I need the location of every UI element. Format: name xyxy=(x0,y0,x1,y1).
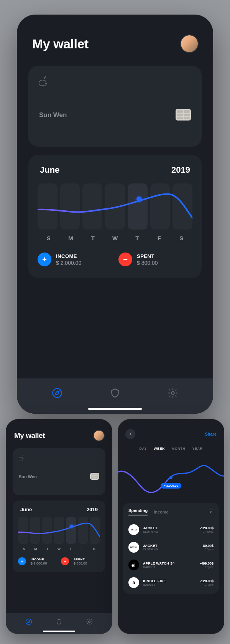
brand-icon: a xyxy=(128,577,139,588)
apple-logo-icon xyxy=(39,76,191,89)
list-item[interactable]: a KINDLE FIREGADGET -120.00$07 june xyxy=(128,574,214,591)
gear-icon[interactable] xyxy=(167,387,179,399)
plus-icon: + xyxy=(38,253,51,266)
shield-icon[interactable] xyxy=(109,387,121,399)
page-title: My wallet xyxy=(32,36,89,51)
activity-panel: June2019 SMTWTFS +INCOME$ 2.000.00 −SPEN… xyxy=(13,500,105,572)
cardholder-name: Sun Wen xyxy=(19,474,37,479)
chart-dot xyxy=(136,197,142,202)
card-chip-icon xyxy=(176,109,191,121)
card-chip-icon xyxy=(90,473,99,480)
svg-point-2 xyxy=(171,392,174,395)
payment-card[interactable]: Sun Wen xyxy=(28,66,202,147)
range-year[interactable]: YEAR xyxy=(192,447,203,451)
cardholder-name: Sun Wen xyxy=(39,111,67,119)
gear-icon[interactable] xyxy=(86,618,93,625)
home-indicator[interactable] xyxy=(43,631,75,632)
filter-icon[interactable] xyxy=(208,509,214,515)
svg-marker-1 xyxy=(56,391,59,395)
tab-spending[interactable]: Spending xyxy=(128,508,148,515)
income-stat[interactable]: +INCOME$ 2.000.00 xyxy=(18,557,57,565)
spending-panel: Spending Income ZARA JACKETCLOTHING -120… xyxy=(123,503,219,594)
income-stat[interactable]: + INCOME $ 2.000.00 xyxy=(38,253,112,266)
plus-icon: + xyxy=(18,557,26,565)
tab-income[interactable]: Income xyxy=(154,510,169,514)
svg-point-6 xyxy=(169,476,172,479)
chart-dot xyxy=(70,525,73,528)
bar-fri[interactable] xyxy=(150,183,170,230)
range-week[interactable]: WEEK xyxy=(154,447,165,451)
phone-wallet-main: My wallet Sun Wen June 2019 xyxy=(17,15,213,414)
header: My wallet xyxy=(17,15,213,52)
transaction-list: ZARA JACKETCLOTHING -120.00$07 JUNE FOSS… xyxy=(128,521,214,591)
brand-icon: FOSSIL xyxy=(128,542,139,553)
month-label: June xyxy=(40,165,59,175)
page-title: My wallet xyxy=(14,431,45,440)
minus-icon: − xyxy=(118,253,132,266)
year-label: 2019 xyxy=(171,165,190,175)
svg-marker-4 xyxy=(28,621,30,623)
svg-point-3 xyxy=(26,619,31,625)
compass-icon[interactable] xyxy=(51,387,63,399)
avatar[interactable] xyxy=(181,35,198,52)
bar-wed[interactable] xyxy=(105,183,125,230)
home-indicator[interactable] xyxy=(88,408,142,410)
list-item[interactable]: ZARA JACKETCLOTHING -120.00$07 JUNE xyxy=(128,521,214,538)
bar-sun[interactable] xyxy=(38,183,58,230)
payment-card[interactable]: Sun Wen xyxy=(13,448,105,495)
list-item[interactable]: APPLE WATCH S4GADGET -499.00$07 june xyxy=(128,556,214,574)
minus-icon: − xyxy=(61,557,69,565)
day-labels: S M T W T F S xyxy=(38,235,192,241)
activity-panel: June 2019 S M T W T xyxy=(28,155,202,278)
range-month[interactable]: MONTH xyxy=(172,447,186,451)
svg-point-5 xyxy=(89,621,90,623)
phone-wallet-small: My wallet Sun Wen June2019 SMTWTFS +INCO… xyxy=(6,419,112,634)
avatar[interactable] xyxy=(94,431,104,441)
chart-value-badge: + 3.000.00 xyxy=(161,483,181,489)
brand-icon xyxy=(128,560,139,570)
shield-icon[interactable] xyxy=(56,618,62,625)
list-item[interactable]: FOSSIL JACKETCLOTHING -80.00$07 june xyxy=(128,538,214,556)
share-button[interactable]: Share xyxy=(205,432,217,436)
bar-sat[interactable] xyxy=(172,183,192,230)
brand-icon: ZARA xyxy=(128,524,139,535)
range-day[interactable]: DAY xyxy=(139,447,147,451)
compass-icon[interactable] xyxy=(25,618,32,625)
range-selector: DAY WEEK MONTH YEAR xyxy=(118,447,224,451)
svg-point-0 xyxy=(53,388,62,397)
back-button[interactable] xyxy=(125,429,135,439)
weekly-chart[interactable]: S M T W T F S xyxy=(38,183,192,241)
detail-chart[interactable]: + 3.000.00 xyxy=(118,457,224,499)
apple-logo-icon xyxy=(19,454,99,463)
spent-stat[interactable]: −SPENT$ 800.00 xyxy=(61,557,100,565)
bar-tue[interactable] xyxy=(82,183,102,230)
weekly-chart[interactable]: SMTWTFS xyxy=(18,517,100,551)
bar-mon[interactable] xyxy=(60,183,80,230)
bar-thu[interactable] xyxy=(128,183,148,230)
spent-stat[interactable]: − SPENT $ 800.00 xyxy=(118,253,192,266)
phone-spending-detail: Share DAY WEEK MONTH YEAR + 3.000.00 Spe… xyxy=(118,419,224,634)
